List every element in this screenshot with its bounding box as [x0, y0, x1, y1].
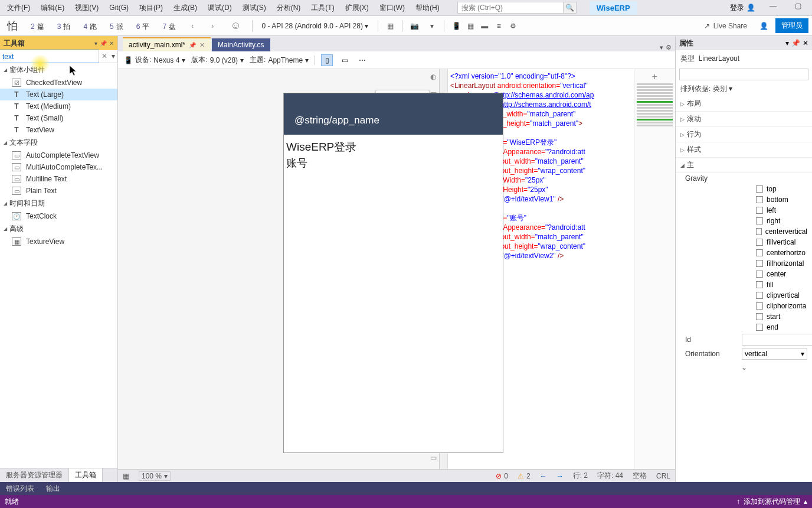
gravity-fillhorizontal[interactable]: fillhorizontal [746, 258, 812, 269]
ime-candidate-6[interactable]: 6平 [133, 19, 153, 32]
menu-test[interactable]: 测试(S) [238, 2, 271, 14]
ime-candidate-2[interactable]: 2篇 [27, 19, 48, 32]
id-input[interactable] [742, 334, 812, 346]
toolbox-search-input[interactable] [0, 50, 99, 63]
warning-icon[interactable]: ⚠ [518, 472, 524, 480]
properties-sort[interactable]: 排列依据: 类别 ▾ [676, 82, 812, 96]
preview-icon-1[interactable]: ◐ [428, 73, 438, 82]
prop-group-layout[interactable]: 布局 [676, 96, 812, 112]
menu-analyze[interactable]: 分析(N) [272, 2, 306, 14]
toolbox-item-text-small[interactable]: TText (Small) [0, 112, 117, 124]
menu-help[interactable]: 帮助(H) [411, 2, 444, 14]
tab-settings-icon[interactable]: ⚙ [666, 44, 672, 51]
gravity-fill[interactable]: fill [746, 279, 812, 290]
tab-server-explorer[interactable]: 服务器资源管理器 [0, 468, 69, 482]
nav-forward-icon[interactable]: → [556, 472, 564, 480]
close-icon[interactable]: ✕ [199, 41, 205, 49]
device-icon[interactable]: 📱 [450, 20, 462, 32]
gravity-right[interactable]: right [746, 216, 812, 226]
gravity-left[interactable]: left [746, 205, 812, 216]
preview-bottom-icon-2[interactable]: ▭ [428, 454, 438, 463]
menu-project[interactable]: 项目(P) [135, 2, 168, 14]
menu-git[interactable]: Git(G) [104, 2, 133, 13]
ime-candidate-5[interactable]: 5派 [106, 19, 127, 32]
device-frame[interactable]: @string/app_name WiseERP登录 账号 [283, 93, 503, 453]
prop-group-style[interactable]: 样式 [676, 142, 812, 158]
camera-icon[interactable]: 📷 [408, 20, 420, 32]
pin-icon[interactable]: 📌 [189, 42, 196, 48]
ime-candidate-3[interactable]: 3拍 [54, 19, 74, 32]
crlf-indicator[interactable]: CRL [656, 472, 670, 480]
gravity-end[interactable]: end [746, 322, 812, 333]
gravity-center[interactable]: center [746, 269, 812, 279]
ime-candidate-1[interactable]: 怕 [4, 19, 21, 33]
menu-build[interactable]: 生成(B) [169, 2, 202, 14]
version-selector[interactable]: 版本: 9.0 (v28) ▾ [191, 55, 244, 65]
gravity-cliphorizontal[interactable]: cliphorizonta [746, 301, 812, 311]
menu-window[interactable]: 窗口(W) [375, 2, 410, 14]
prop-expand-icon[interactable]: ⌄ [676, 361, 812, 374]
toolbox-group-advanced[interactable]: 高级 [0, 222, 117, 236]
toolbox-item-plaintext[interactable]: ▭Plain Text [0, 185, 117, 197]
orientation-select[interactable]: vertical▾ [742, 348, 807, 360]
tool-icon-4[interactable]: ▬ [479, 20, 490, 32]
toolbox-group-textfields[interactable]: 文本字段 [0, 136, 117, 149]
toolbox-group-widgets[interactable]: 窗体小组件 [0, 63, 117, 77]
tool-icon-5[interactable]: ≡ [493, 20, 505, 32]
split-add-icon[interactable]: + [637, 71, 673, 82]
ime-emoji-icon[interactable]: ☺ [225, 19, 245, 32]
tab-mainactivity[interactable]: MainActivity.cs [212, 38, 270, 51]
menu-tools[interactable]: 工具(T) [306, 2, 339, 14]
tab-toolbox[interactable]: 工具箱 [69, 468, 103, 482]
search-button[interactable]: 🔍 [564, 2, 577, 14]
gravity-centervertical[interactable]: centervertical [746, 226, 812, 237]
code-minimap[interactable]: + [634, 69, 675, 469]
toolbox-item-checkedtextview[interactable]: ☑CheckedTextView [0, 77, 117, 89]
toolbox-item-autocomplete[interactable]: ▭AutoCompleteTextView [0, 149, 117, 161]
prop-group-behavior[interactable]: 行为 [676, 127, 812, 142]
device-selector[interactable]: 📱 设备: Nexus 4 ▾ [124, 55, 185, 65]
toolbox-item-multiautocomplete[interactable]: ▭MultiAutoCompleteTex... [0, 161, 117, 173]
view-more[interactable]: ⋯ [356, 54, 368, 66]
toolbox-item-text-medium[interactable]: TText (Medium) [0, 100, 117, 112]
preview-textview-2[interactable]: 账号 [286, 156, 500, 170]
tool-icon-1[interactable]: ▦ [384, 20, 396, 32]
properties-search-input[interactable] [679, 69, 808, 80]
gravity-fillvertical[interactable]: fillvertical [746, 237, 812, 248]
live-share-button[interactable]: ↗Live Share [699, 22, 752, 30]
ime-candidate-4[interactable]: 4跑 [80, 19, 100, 32]
zoom-selector[interactable]: 100 % ▾ [139, 471, 171, 481]
search-input[interactable] [457, 2, 564, 14]
feedback-icon[interactable]: 👤 [758, 20, 770, 32]
menu-debug[interactable]: 调试(D) [203, 2, 237, 14]
api-selector[interactable]: 0 - API 28 (Android 9.0 - API 28) ▾ [258, 21, 372, 31]
toolbox-item-multiline[interactable]: ▭Multiline Text [0, 173, 117, 185]
error-icon[interactable]: ⊘ [496, 472, 502, 480]
prop-dropdown-icon[interactable]: ▾ [785, 39, 789, 47]
search-dropdown-icon[interactable]: ▾ [109, 50, 117, 63]
maximize-button[interactable]: ▢ [786, 2, 810, 14]
toolbox-item-text-large[interactable]: TText (Large) [0, 89, 117, 100]
ime-next[interactable]: › [205, 22, 220, 30]
pin-icon[interactable]: 📌 [791, 39, 800, 47]
menu-edit[interactable]: 编辑(E) [36, 2, 69, 14]
toolbox-item-textview[interactable]: TTextView [0, 124, 117, 136]
ime-prev[interactable]: ‹ [185, 22, 199, 30]
manage-button[interactable]: 管理员 [775, 18, 808, 33]
clear-search-icon[interactable]: ✕ [99, 50, 109, 63]
ime-candidate-7[interactable]: 7盘 [159, 19, 179, 32]
menu-extensions[interactable]: 扩展(X) [340, 2, 374, 14]
preview-textview-1[interactable]: WiseERP登录 [286, 139, 500, 155]
gravity-top[interactable]: top [746, 184, 812, 194]
pin-icon[interactable]: 📌 [100, 40, 107, 47]
tool-icon-2[interactable]: ▾ [426, 20, 438, 32]
tab-error-list[interactable]: 错误列表 [0, 483, 40, 495]
gravity-start[interactable]: start [746, 311, 812, 322]
gravity-centerhorizontal[interactable]: centerhorizo [746, 248, 812, 258]
minimize-button[interactable]: — [761, 2, 785, 14]
spaces-indicator[interactable]: 空格 [633, 471, 647, 481]
toolbox-item-textclock[interactable]: 🕐TextClock [0, 210, 117, 222]
menu-view[interactable]: 视图(V) [70, 2, 103, 14]
toolbox-dropdown-icon[interactable]: ▾ [94, 40, 97, 47]
menu-file[interactable]: 文件(F) [2, 2, 35, 14]
